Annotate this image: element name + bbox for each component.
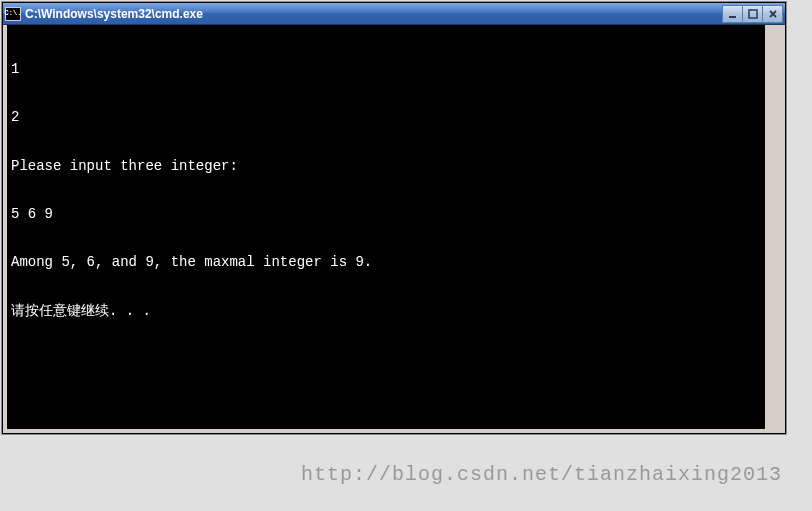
cmd-icon-text: C:\. — [5, 10, 22, 17]
title-left: C:\. C:\Windows\system32\cmd.exe — [5, 7, 203, 21]
terminal-line: Please input three integer: — [11, 158, 765, 174]
scroll-down-button[interactable]: ▼ — [767, 413, 783, 429]
vertical-scrollbar[interactable]: ▲ ▼ — [767, 25, 783, 429]
scroll-up-button[interactable]: ▲ — [767, 57, 783, 73]
window-controls — [723, 5, 783, 23]
svg-rect-0 — [729, 16, 736, 18]
svg-rect-1 — [749, 10, 757, 18]
scroll-thumb[interactable] — [767, 41, 783, 101]
terminal-content[interactable]: 1 2 Please input three integer: 5 6 9 Am… — [3, 25, 785, 433]
minimize-button[interactable] — [722, 5, 743, 23]
close-button[interactable] — [762, 5, 783, 23]
terminal-line: 5 6 9 — [11, 206, 765, 222]
titlebar[interactable]: C:\. C:\Windows\system32\cmd.exe — [3, 3, 785, 25]
watermark-text: http://blog.csdn.net/tianzhaixing2013 — [301, 463, 782, 486]
terminal-line: 请按任意键继续. . . — [11, 303, 765, 319]
terminal-line: 2 — [11, 109, 765, 125]
cmd-icon: C:\. — [5, 7, 21, 21]
terminal-line: 1 — [11, 61, 765, 77]
cmd-window: C:\. C:\Windows\system32\cmd.exe 1 2 Ple… — [2, 2, 786, 434]
terminal-line: Among 5, 6, and 9, the maxmal integer is… — [11, 254, 765, 270]
maximize-button[interactable] — [742, 5, 763, 23]
window-title: C:\Windows\system32\cmd.exe — [25, 7, 203, 21]
